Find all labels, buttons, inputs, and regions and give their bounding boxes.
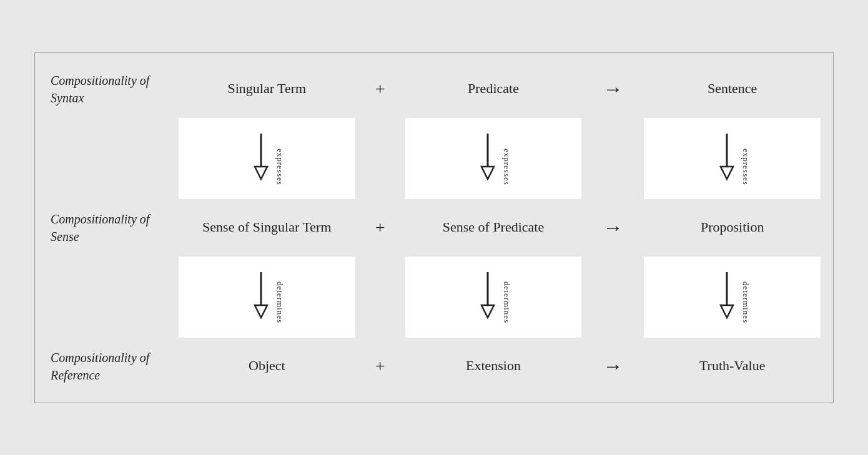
sense-predicate-text: Sense of Predicate <box>399 212 588 243</box>
determines-label-3: determines <box>741 281 751 325</box>
determines-down-svg-1 <box>249 269 274 325</box>
determines-label-2: determines <box>501 281 511 325</box>
sense-singular-term-text: Sense of Singular Term <box>172 212 362 243</box>
diagram-grid: Compositionality of Syntax Singular Term… <box>41 66 827 390</box>
determines-arrow-wrapper-2: determines <box>475 269 511 325</box>
expresses-down-svg-1 <box>249 130 274 187</box>
plus-operator-2: + <box>362 218 399 238</box>
object-text: Object <box>172 350 362 382</box>
determines-arrow-box-1: determines <box>179 257 355 338</box>
expresses-arrow-wrapper-2: expresses <box>475 130 511 187</box>
svg-marker-1 <box>255 167 267 179</box>
expresses-arrow-wrapper-1: expresses <box>249 130 285 187</box>
predicate-text: Predicate <box>399 73 588 105</box>
extension-text: Extension <box>399 350 588 382</box>
syntax-label: Compositionality of Syntax <box>41 66 172 113</box>
plus-operator-1: + <box>362 79 399 99</box>
expresses-label-2: expresses <box>501 149 511 187</box>
determines-down-svg-3 <box>714 269 739 325</box>
expresses-arrow-wrapper-3: expresses <box>714 130 751 187</box>
expresses-label-3: expresses <box>741 149 751 187</box>
determines-arrow-box-3: determines <box>644 257 821 338</box>
svg-marker-3 <box>481 167 494 179</box>
expresses-down-svg-2 <box>475 130 500 187</box>
determines-arrow-box-2: determines <box>405 257 582 338</box>
expresses-arrow-box-2: expresses <box>405 118 582 199</box>
determines-down-svg-2 <box>475 269 500 325</box>
expresses-arrow-box-1: expresses <box>179 118 355 199</box>
expresses-down-svg-3 <box>714 130 739 187</box>
truth-value-text: Truth-Value <box>638 350 827 382</box>
determines-arrow-wrapper-1: determines <box>249 269 285 325</box>
arrow-2: → <box>588 216 638 239</box>
determines-arrow-wrapper-3: determines <box>714 269 751 325</box>
arrow-3: → <box>588 355 638 378</box>
sentence-text: Sentence <box>638 73 827 105</box>
reference-label: Compositionality of Reference <box>41 343 172 390</box>
sense-label: Compositionality of Sense <box>41 204 172 252</box>
plus-operator-3: + <box>362 356 399 376</box>
diagram-container: Compositionality of Syntax Singular Term… <box>34 52 834 403</box>
expresses-label-1: expresses <box>275 149 285 187</box>
singular-term-text: Singular Term <box>172 73 362 105</box>
arrow-1: → <box>588 77 638 100</box>
proposition-text: Proposition <box>638 212 827 243</box>
determines-label-1: determines <box>275 281 285 325</box>
svg-marker-7 <box>255 305 267 318</box>
expresses-arrow-box-3: expresses <box>644 118 821 199</box>
svg-marker-11 <box>721 305 733 318</box>
svg-marker-5 <box>721 167 733 179</box>
svg-marker-9 <box>481 305 494 318</box>
